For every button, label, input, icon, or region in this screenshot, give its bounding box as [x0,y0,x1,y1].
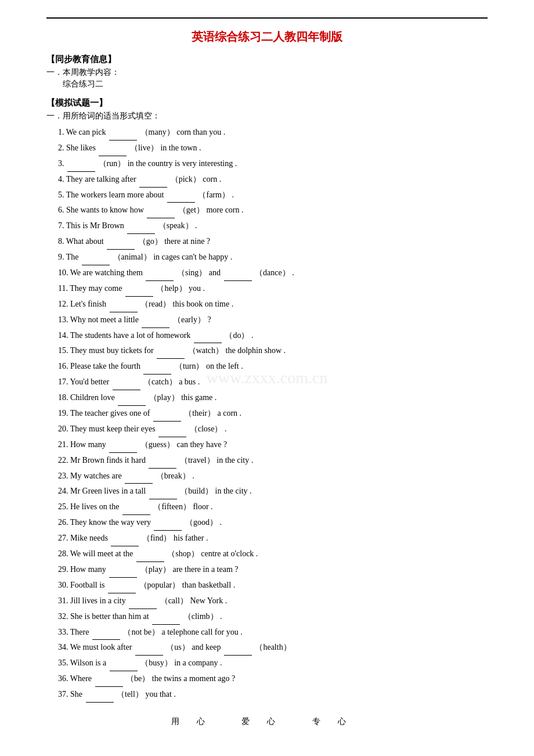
hint: （find） [140,534,171,542]
blank-field[interactable] [158,422,186,437]
blank-field[interactable] [125,469,153,484]
hint: （climb） [181,612,218,621]
item-after: a corn . [218,409,242,417]
item-before: We must look after [70,643,132,651]
item-num: 20. [58,424,68,433]
item-before: We are watching them [70,268,143,277]
blank-field[interactable] [149,453,176,469]
item-after: can they have ? [176,440,227,449]
item-num: 26. [58,518,68,527]
item-after: . [195,221,197,230]
item-after: ? [207,315,211,324]
item-before: There [70,628,89,636]
list-item: 4. They are talking after （pick） corn . [58,172,488,188]
blank-field[interactable] [92,625,120,640]
item-before: Where [70,674,92,683]
list-item: 35. Wilson is a （busy） in a company . [58,656,488,671]
item-after: corn . [203,175,221,183]
item-before: The teacher gives one of [70,409,150,417]
item-after: than basketball . [182,581,235,589]
blank-field[interactable] [95,671,123,687]
item-after: are there in a team ? [172,565,238,574]
hint-2: （dance） [253,268,290,277]
blank-field-2[interactable] [224,640,252,656]
blank-field[interactable] [109,125,137,141]
blank-field[interactable] [143,359,171,375]
sync-item1: 一．本周教学内容： [46,67,488,78]
blank-field[interactable] [86,687,114,703]
item-before: We will meet at the [70,549,134,558]
hint: （run） [96,159,125,168]
list-item: 22. Mr Brown finds it hard （travel） in t… [58,453,488,469]
blank-field[interactable] [167,188,195,203]
hint: （busy） [139,658,172,667]
item-before: She [70,690,82,699]
blank-field[interactable] [154,515,182,531]
blank-field[interactable] [153,406,181,422]
blank-field[interactable] [111,531,139,546]
blank-field[interactable] [82,250,110,265]
list-item: 14. The students have a lot of homework … [58,328,488,344]
item-num: 3. [58,159,64,168]
blank-field[interactable] [194,328,222,344]
list-item: 20. They must keep their eyes （close） . [58,422,488,437]
hint: （do） [223,331,250,340]
item-before: They are talking after [66,175,136,183]
exercise-list: 1. We can pick （many） corn than you .2. … [46,125,488,703]
hint: （farm） [196,190,230,199]
blank-field[interactable] [110,656,138,671]
blank-field[interactable] [157,343,185,359]
item-num: 11. [58,284,68,293]
item-after2: . [292,268,294,277]
blank-field[interactable] [142,312,169,328]
blank-field[interactable] [99,141,127,156]
item-before: Children love [70,393,115,402]
hint: （call） [158,596,188,605]
item-after: a telephone call for you . [162,628,243,636]
item-before: What about [66,237,104,246]
item-after: in the city . [215,487,252,495]
blank-field[interactable] [109,562,137,578]
list-item: 19. The teacher gives one of （their） a c… [58,406,488,422]
blank-field[interactable] [67,156,95,172]
blank-field[interactable] [109,437,137,453]
hint: （play） [147,393,179,402]
hint-2: （health） [253,643,291,651]
item-before: She wants to know how [66,206,144,214]
hint: （help） [154,284,187,293]
item-after: New York . [190,596,227,605]
blank-field[interactable] [136,546,164,562]
blank-field-2[interactable] [224,265,252,281]
hint: （build） [178,487,213,495]
blank-field[interactable] [139,172,167,188]
blank-field[interactable] [147,203,175,218]
item-before: You'd better [70,377,109,386]
blank-field[interactable] [107,234,135,250]
blank-field[interactable] [146,265,174,281]
list-item: 34. We must look after （us） and keep （he… [58,640,488,656]
item-num: 21. [58,440,68,449]
blank-field[interactable] [125,281,153,297]
blank-field[interactable] [135,640,163,656]
blank-field[interactable] [129,593,157,609]
blank-field[interactable] [108,578,136,593]
item-num: 16. [58,362,68,370]
blank-field[interactable] [113,375,140,390]
item-after: in the city . [217,456,253,465]
hint: （animal） [111,253,151,261]
blank-field[interactable] [149,484,177,499]
blank-field[interactable] [127,218,155,234]
item-num: 13. [58,315,68,324]
list-item: 28. We will meet at the （shop） centre at… [58,546,488,562]
item-before: The [66,253,79,261]
blank-field[interactable] [122,499,150,515]
list-item: 6. She wants to know how （get） more corn… [58,203,488,218]
blank-field[interactable] [110,297,138,312]
blank-field[interactable] [118,390,146,406]
blank-field[interactable] [152,609,180,625]
item-after: a bus . [179,377,200,386]
item-before: Let's finish [70,300,106,308]
item-after: in a company . [174,658,222,667]
list-item: 33. There （not be） a telephone call for … [58,625,488,640]
sync-item1-detail: 综合练习二 [63,79,488,89]
